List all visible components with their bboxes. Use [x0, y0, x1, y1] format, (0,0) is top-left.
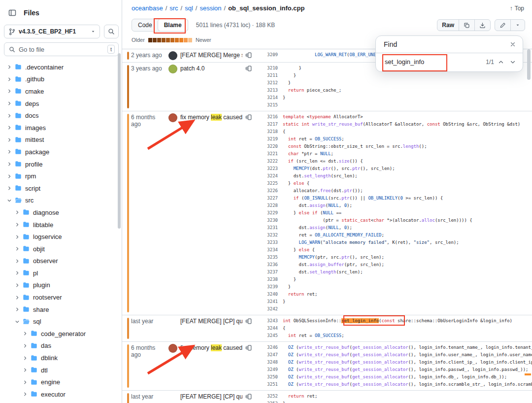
versions-icon[interactable]: [245, 52, 253, 59]
sidebar-item-dblink[interactable]: dblink: [4, 352, 119, 364]
line-number[interactable]: 3244: [253, 325, 283, 332]
line-number[interactable]: 3231: [253, 224, 283, 232]
commit-message[interactable]: [FEAT MERGE] Merge syslog u...: [180, 52, 242, 59]
versions-icon[interactable]: [245, 65, 253, 72]
collapse-sidebar-icon[interactable]: [6, 6, 19, 19]
sidebar-item-engine[interactable]: engine: [4, 376, 119, 388]
line-number[interactable]: 3233: [253, 239, 283, 246]
sidebar-scrollbar[interactable]: [118, 53, 121, 229]
line-number[interactable]: 3229: [253, 209, 283, 217]
sidebar-item-rpm[interactable]: rpm: [4, 170, 119, 182]
sidebar-item-deps[interactable]: deps: [4, 98, 119, 110]
sidebar-item-executor[interactable]: executor: [4, 388, 119, 401]
commit-message[interactable]: patch 4.0: [180, 65, 242, 72]
sidebar-item-dtl[interactable]: dtl: [4, 364, 119, 376]
sidebar-item-docs[interactable]: docs: [4, 109, 119, 122]
line-number[interactable]: 3209: [253, 51, 283, 59]
line-number[interactable]: 3223: [253, 165, 283, 172]
sidebar-item-observer[interactable]: observer: [4, 255, 119, 268]
search-button[interactable]: [104, 25, 119, 38]
sidebar-item-code-generator[interactable]: code_generator: [4, 328, 119, 340]
line-number[interactable]: 3235: [253, 254, 283, 261]
line-number[interactable]: 3249: [253, 366, 283, 373]
line-number[interactable]: 3225: [253, 180, 283, 187]
tab-code[interactable]: Code: [132, 19, 158, 31]
avatar[interactable]: [168, 344, 177, 353]
line-number[interactable]: 3228: [253, 202, 283, 209]
sidebar-item-libtable[interactable]: libtable: [4, 219, 119, 231]
line-number[interactable]: 3237: [253, 269, 283, 276]
line-number[interactable]: 3214: [253, 94, 283, 101]
sidebar-item-objit[interactable]: objit: [4, 243, 119, 255]
sidebar-item-profile[interactable]: profile: [4, 158, 119, 170]
back-to-top-link[interactable]: ↑ Top: [510, 5, 524, 12]
line-number[interactable]: 3250: [253, 373, 283, 381]
commit-message[interactable]: fix memory leak caused by call...: [180, 114, 242, 121]
sidebar-item-mittest[interactable]: mittest: [4, 134, 119, 146]
line-number[interactable]: 3239: [253, 283, 283, 291]
sidebar-item-monitor[interactable]: monitor: [4, 401, 119, 403]
avatar[interactable]: [168, 51, 177, 60]
line-number[interactable]: 3230: [253, 217, 283, 224]
versions-icon[interactable]: [245, 318, 253, 325]
line-number[interactable]: 3216: [253, 113, 283, 121]
chevron-down-icon[interactable]: [510, 59, 516, 65]
sidebar-item-github[interactable]: .github: [4, 73, 119, 86]
close-icon[interactable]: [509, 40, 517, 48]
line-number[interactable]: 3242: [253, 305, 283, 313]
line-number[interactable]: 3226: [253, 187, 283, 195]
raw-button[interactable]: Raw: [437, 20, 459, 31]
line-number[interactable]: 3236: [253, 261, 283, 269]
line-number[interactable]: 3234: [253, 246, 283, 254]
versions-icon[interactable]: [245, 114, 253, 121]
sidebar-item-sql[interactable]: sql: [4, 315, 119, 328]
line-number[interactable]: 3218: [253, 128, 283, 135]
versions-icon[interactable]: [245, 393, 253, 400]
line-number[interactable]: 3247: [253, 351, 283, 359]
line-number[interactable]: 3222: [253, 158, 283, 165]
line-number[interactable]: 3215: [253, 101, 283, 109]
sidebar-item-script[interactable]: script: [4, 182, 119, 195]
sidebar-item-plugin[interactable]: plugin: [4, 279, 119, 292]
commit-message[interactable]: [FEAT MERGE] [CP] query_inter...: [180, 393, 242, 400]
line-number[interactable]: 3212: [253, 79, 283, 87]
versions-icon[interactable]: [245, 344, 253, 351]
page-scrollbar[interactable]: [527, 49, 531, 80]
line-number[interactable]: 3210: [253, 65, 283, 72]
breadcrumb-src[interactable]: src: [169, 4, 178, 12]
edit-pencil-icon[interactable]: [495, 20, 510, 31]
commit-message[interactable]: [FEAT MERGE] [CP] query_inter...: [180, 318, 242, 325]
tab-blame[interactable]: Blame: [158, 19, 188, 32]
line-number[interactable]: 3241: [253, 298, 283, 305]
line-number[interactable]: 3243: [253, 317, 283, 325]
go-to-file-input[interactable]: Go to file t: [4, 42, 119, 56]
line-number[interactable]: 3224: [253, 172, 283, 180]
branch-selector[interactable]: v4.3.5_CE_BP2_HF1: [4, 25, 100, 38]
line-number[interactable]: 3253: [253, 400, 283, 403]
breadcrumb-repo[interactable]: oceanbase: [132, 4, 163, 12]
line-number[interactable]: 3221: [253, 150, 283, 158]
line-number[interactable]: 3246: [253, 344, 283, 351]
line-number[interactable]: 3245: [253, 332, 283, 339]
breadcrumb-sql[interactable]: sql: [185, 4, 193, 12]
sidebar-item-devcontainer[interactable]: .devcontainer: [4, 61, 119, 73]
line-number[interactable]: 3238: [253, 276, 283, 283]
sidebar-item-pl[interactable]: pl: [4, 267, 119, 279]
avatar[interactable]: [168, 65, 177, 73]
line-number[interactable]: 3240: [253, 291, 283, 298]
breadcrumb-session[interactable]: session: [200, 4, 221, 12]
sidebar-item-images[interactable]: images: [4, 122, 119, 134]
sidebar-item-das[interactable]: das: [4, 340, 119, 352]
sidebar-item-package[interactable]: package: [4, 146, 119, 158]
line-number[interactable]: 3232: [253, 232, 283, 239]
avatar[interactable]: [168, 113, 177, 122]
sidebar-item-cmake[interactable]: cmake: [4, 85, 119, 98]
sidebar-item-share[interactable]: share: [4, 303, 119, 316]
line-number[interactable]: 3227: [253, 195, 283, 202]
line-number[interactable]: 3220: [253, 143, 283, 150]
download-icon[interactable]: [474, 20, 490, 31]
sidebar-item-rootserver[interactable]: rootserver: [4, 291, 119, 303]
line-number[interactable]: 3251: [253, 381, 283, 388]
find-query-input[interactable]: set_login_info: [385, 58, 424, 66]
line-number[interactable]: 3211: [253, 72, 283, 79]
